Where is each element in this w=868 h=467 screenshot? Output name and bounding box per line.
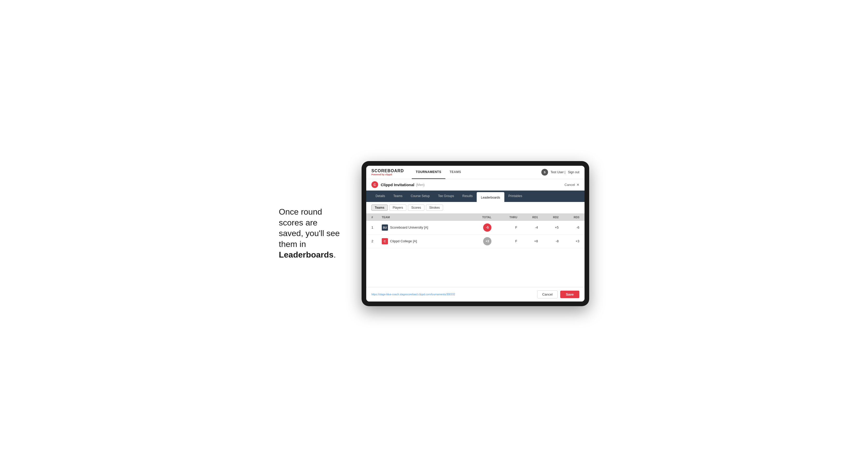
col-team: TEAM	[382, 216, 460, 219]
rd2-2: -8	[538, 239, 559, 243]
team-name-1: Scoreboard University [A]	[390, 225, 428, 229]
app-footer: https://stage-blue-coach.stagescorebard.…	[366, 287, 585, 302]
team-logo-2: C	[382, 238, 388, 244]
col-rd1: RD1	[517, 216, 538, 219]
user-avatar: S	[541, 169, 548, 176]
app-header: SCOREBOARD Powered by clippd TOURNAMENTS…	[366, 166, 585, 179]
logo-subtitle: Powered by clippd	[371, 173, 404, 176]
header-right: S Test User | Sign out	[541, 169, 579, 176]
rank-2: 2	[371, 239, 382, 243]
empty-content-area	[366, 248, 585, 287]
team-name-2: Clippd College [A]	[390, 239, 417, 243]
team-cell-1: SU Scoreboard University [A]	[382, 224, 460, 231]
tab-details[interactable]: Details	[371, 191, 389, 202]
filter-strokes[interactable]: Strokes	[426, 205, 443, 211]
col-rd2: RD2	[538, 216, 559, 219]
col-total: TOTAL	[460, 216, 491, 219]
table-row: 2 C Clippd College [A] +3 F +8 -8 +3	[366, 235, 585, 248]
total-1: -5	[460, 223, 491, 232]
sub-nav: Details Teams Course Setup Tee Groups Re…	[366, 191, 585, 202]
col-rd3: RD3	[559, 216, 579, 219]
sign-out-link[interactable]: Sign out	[568, 170, 579, 174]
sidebar-description: Once round scores are saved, you'll see …	[279, 207, 346, 260]
user-name: Test User |	[551, 170, 565, 174]
filter-players[interactable]: Players	[389, 205, 406, 211]
rd1-2: +8	[517, 239, 538, 243]
nav-tournaments[interactable]: TOURNAMENTS	[412, 166, 446, 179]
thru-1: F	[491, 225, 517, 229]
col-rank: #	[371, 216, 382, 219]
tab-course-setup[interactable]: Course Setup	[407, 191, 434, 202]
tournament-bar: C Clippd Invitational (Men) Cancel ✕	[366, 179, 585, 191]
rank-1: 1	[371, 225, 382, 229]
team-logo-1: SU	[382, 224, 388, 231]
total-badge-1: -5	[483, 223, 491, 232]
tab-results[interactable]: Results	[458, 191, 477, 202]
tab-tee-groups[interactable]: Tee Groups	[434, 191, 458, 202]
save-button[interactable]: Save	[560, 291, 579, 298]
total-2: +3	[460, 237, 491, 245]
nav-teams[interactable]: TEAMS	[445, 166, 465, 179]
table-row: 1 SU Scoreboard University [A] -5 F -4 +…	[366, 221, 585, 235]
leaderboard-table: # TEAM TOTAL THRU RD1 RD2 RD3 1 SU Score…	[366, 214, 585, 287]
rd3-1: -6	[559, 225, 579, 229]
logo-area: SCOREBOARD Powered by clippd	[371, 168, 404, 176]
rd3-2: +3	[559, 239, 579, 243]
team-cell-2: C Clippd College [A]	[382, 238, 460, 244]
tablet-screen: SCOREBOARD Powered by clippd TOURNAMENTS…	[366, 166, 585, 302]
tab-printables[interactable]: Printables	[504, 191, 526, 202]
main-nav: TOURNAMENTS TEAMS	[412, 166, 541, 179]
tournament-icon: C	[371, 181, 378, 188]
thru-2: F	[491, 239, 517, 243]
filter-teams[interactable]: Teams	[371, 205, 388, 211]
close-icon: ✕	[577, 183, 579, 187]
tab-leaderboards[interactable]: Leaderboards	[477, 192, 504, 202]
filter-scores[interactable]: Scores	[408, 205, 424, 211]
tab-teams[interactable]: Teams	[389, 191, 407, 202]
cancel-top-button[interactable]: Cancel ✕	[565, 183, 579, 187]
col-thru: THRU	[491, 216, 517, 219]
cancel-button[interactable]: Cancel	[537, 290, 557, 299]
total-badge-2: +3	[483, 237, 491, 245]
url-bar: https://stage-blue-coach.stagescorebard.…	[371, 293, 535, 296]
filter-bar: Teams Players Scores Strokes	[366, 202, 585, 214]
table-header-row: # TEAM TOTAL THRU RD1 RD2 RD3	[366, 214, 585, 221]
tournament-type: (Men)	[416, 183, 425, 187]
logo-title: SCOREBOARD	[371, 168, 404, 173]
rd2-1: +5	[538, 225, 559, 229]
tablet-device: SCOREBOARD Powered by clippd TOURNAMENTS…	[362, 161, 589, 306]
rd1-1: -4	[517, 225, 538, 229]
tournament-title: Clippd Invitational	[381, 183, 414, 187]
